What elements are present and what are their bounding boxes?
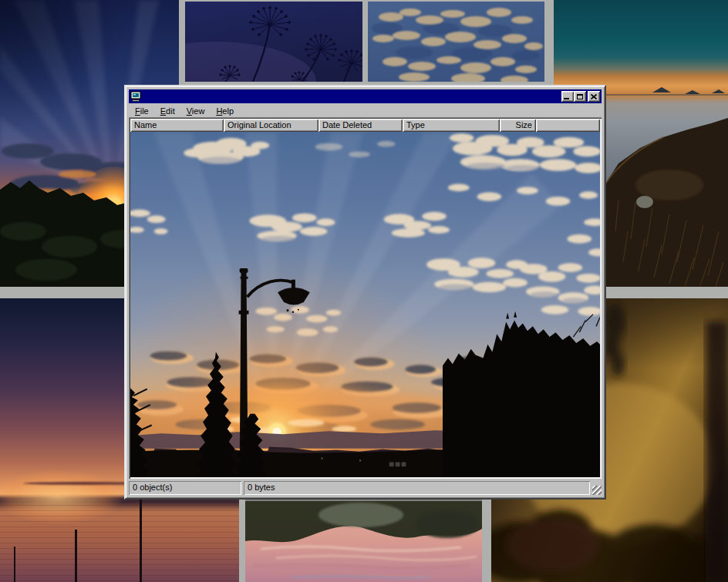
wallpaper-photo-cloud-sky (368, 2, 544, 82)
close-button[interactable] (588, 91, 600, 102)
minimize-button[interactable] (561, 91, 574, 102)
wallpaper-photo-water-reflections (245, 501, 482, 582)
menu-edit[interactable]: Edit (159, 106, 177, 116)
menu-bar: File Edit View Help (129, 103, 602, 116)
status-bar: 0 object(s) 0 bytes (129, 481, 602, 495)
pole-silhouette (140, 496, 142, 582)
resize-grip[interactable] (592, 486, 602, 495)
column-header-original-location[interactable]: Original Location (224, 119, 318, 132)
menu-view[interactable]: View (185, 106, 207, 116)
computer-icon (130, 91, 141, 102)
menu-help[interactable]: Help (214, 106, 235, 116)
menu-file[interactable]: File (133, 106, 150, 116)
recycle-bin-window: File Edit View Help Name Original Locati… (124, 85, 606, 500)
list-view: Name Original Location Date Deleted Type… (129, 117, 602, 479)
folder-content-photo (130, 132, 600, 477)
column-header-filler (536, 119, 600, 132)
maximize-icon (577, 94, 583, 99)
window-titlebar[interactable] (129, 89, 602, 103)
column-header-size[interactable]: Size (500, 119, 536, 132)
column-header-date-deleted[interactable]: Date Deleted (318, 119, 403, 132)
window-controls (561, 91, 600, 102)
status-objects: 0 object(s) (129, 481, 241, 495)
column-header-name[interactable]: Name (130, 119, 224, 132)
wallpaper-photo-umbel-flowers (185, 2, 362, 82)
pole-silhouette (14, 547, 15, 582)
water-ripples (0, 505, 239, 582)
status-bytes: 0 bytes (244, 481, 590, 495)
collage-gap (362, 0, 368, 83)
maximize-button[interactable] (574, 91, 586, 102)
column-header-type[interactable]: Type (403, 119, 500, 132)
column-headers: Name Original Location Date Deleted Type… (130, 119, 600, 132)
desktop: File Edit View Help Name Original Locati… (0, 0, 728, 582)
minimize-icon (564, 98, 569, 99)
close-icon (591, 94, 597, 99)
pole-silhouette (75, 530, 77, 582)
